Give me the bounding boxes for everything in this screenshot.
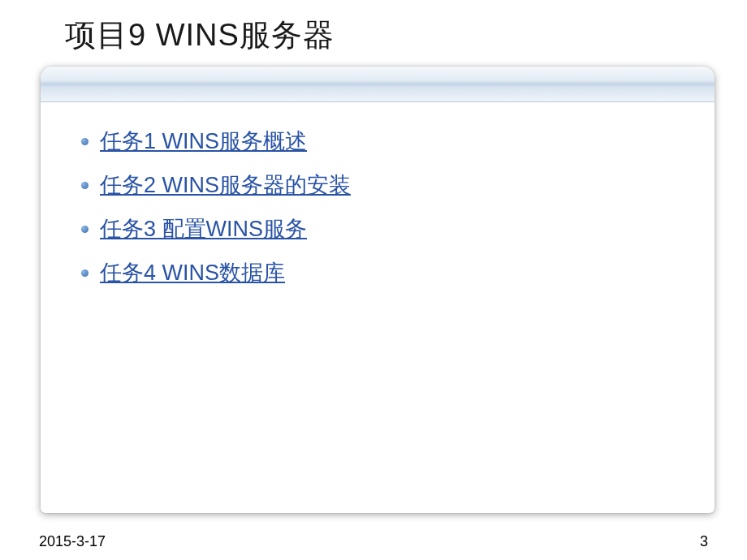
bullet-icon xyxy=(81,182,89,189)
task-link-4[interactable]: 任务4 WINS数据库 xyxy=(100,258,285,287)
task-link-3[interactable]: 任务3 配置WINS服务 xyxy=(100,214,307,243)
task-list: 任务1 WINS服务概述 任务2 WINS服务器的安装 任务3 配置WINS服务… xyxy=(81,127,690,287)
task-link-1[interactable]: 任务1 WINS服务概述 xyxy=(100,127,307,156)
panel-body: 任务1 WINS服务概述 任务2 WINS服务器的安装 任务3 配置WINS服务… xyxy=(41,102,715,318)
slide-title: 项目9 WINS服务器 xyxy=(0,0,747,56)
footer-page-number: 3 xyxy=(700,533,708,550)
panel-header-bar xyxy=(41,67,715,102)
task-item: 任务4 WINS数据库 xyxy=(81,258,690,287)
bullet-icon xyxy=(81,269,89,277)
bullet-icon xyxy=(81,226,89,233)
task-link-2[interactable]: 任务2 WINS服务器的安装 xyxy=(100,170,351,200)
task-item: 任务1 WINS服务概述 xyxy=(81,127,690,156)
footer-date: 2015-3-17 xyxy=(39,533,106,550)
bullet-icon xyxy=(81,138,89,145)
task-item: 任务3 配置WINS服务 xyxy=(81,214,690,243)
task-item: 任务2 WINS服务器的安装 xyxy=(81,170,690,200)
content-panel: 任务1 WINS服务概述 任务2 WINS服务器的安装 任务3 配置WINS服务… xyxy=(41,67,715,513)
